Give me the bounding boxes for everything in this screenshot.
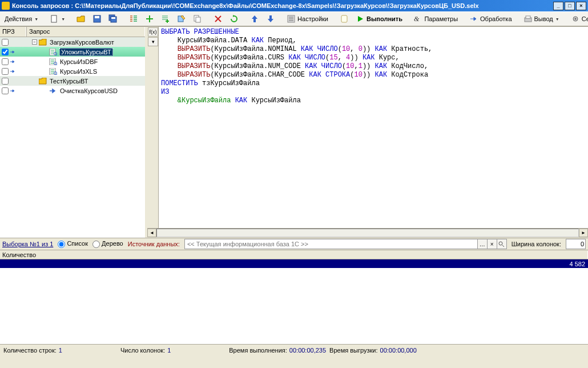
- param-icon: [10, 49, 15, 55]
- collapse-button[interactable]: ▾: [148, 37, 158, 46]
- param-icon: [10, 88, 15, 94]
- process-button[interactable]: Обработка: [467, 13, 514, 25]
- tree-checkbox[interactable]: [2, 68, 9, 75]
- tree-item-label: ЗагрузкаКурсовВалют: [49, 39, 115, 46]
- window-title: Консоль запросов : C:\!МатериалыДляПубли…: [12, 2, 553, 9]
- grid-cell: 4 582: [0, 261, 588, 267]
- status-bar: Количество строк: 1 Число колонок: 1 Вре…: [0, 344, 588, 355]
- tree-item-label: КурсыИзDBF: [59, 58, 98, 65]
- svg-point-25: [499, 242, 502, 245]
- tree-item-label: ТестКурсыВТ: [49, 78, 88, 85]
- tree-checkbox[interactable]: [2, 39, 9, 46]
- svg-rect-16: [526, 16, 530, 18]
- close-button[interactable]: ×: [576, 2, 586, 10]
- query-tree[interactable]: −ЗагрузкаКурсовВалютУложитьКурсыВТКурсыИ…: [0, 37, 145, 238]
- app-icon: [2, 2, 10, 10]
- arrow-up-icon[interactable]: [248, 13, 261, 25]
- tree-item-label: УложитьКурсыВТ: [59, 48, 113, 56]
- execute-button[interactable]: Выполнить: [353, 13, 405, 25]
- add-plus-icon[interactable]: [159, 13, 172, 25]
- sheet-icon: [49, 68, 57, 75]
- svg-rect-2: [95, 16, 99, 18]
- selection-link[interactable]: Выборка №1 из 1: [2, 241, 53, 247]
- minimize-button[interactable]: _: [553, 2, 563, 10]
- settings-button[interactable]: Настройки: [284, 13, 331, 25]
- refresh-icon[interactable]: [227, 13, 241, 25]
- tree-checkbox[interactable]: [2, 49, 9, 55]
- result-grid[interactable]: 4 582: [0, 259, 588, 344]
- save-icon[interactable]: [90, 13, 104, 25]
- tree-checkbox[interactable]: [2, 87, 9, 94]
- tree-item[interactable]: ТестКурсыВТ: [0, 76, 145, 86]
- source-ellipsis-button[interactable]: …: [477, 239, 488, 249]
- sheet-icon: [49, 58, 57, 65]
- tree-col-prz[interactable]: ПРЗ: [0, 27, 26, 37]
- maximize-button[interactable]: □: [565, 2, 575, 10]
- query-editor[interactable]: ВЫБРАТЬ РАЗРЕШЕННЫЕ КурсыИзФайла.DATA КА…: [159, 27, 588, 228]
- sheet-icon: [49, 49, 57, 55]
- edit-icon[interactable]: [175, 13, 188, 25]
- source-label: Источник данных:: [128, 241, 180, 247]
- folder-icon: [39, 78, 47, 85]
- tree-item[interactable]: КурсыИзXLS: [0, 66, 145, 76]
- tree-radio[interactable]: [92, 241, 100, 248]
- open-icon[interactable]: [74, 13, 88, 25]
- list-radio[interactable]: [58, 241, 65, 248]
- svg-rect-12: [196, 17, 200, 22]
- svg-rect-7: [146, 18, 153, 19]
- tree-item[interactable]: УложитьКурсыВТ: [0, 47, 145, 57]
- copy-icon[interactable]: [191, 13, 204, 25]
- source-input[interactable]: [184, 239, 478, 249]
- source-clear-button[interactable]: ×: [487, 239, 497, 249]
- svg-rect-14: [341, 15, 347, 22]
- svg-point-18: [574, 18, 576, 20]
- params-button[interactable]: & Параметры: [412, 13, 460, 25]
- svg-rect-9: [166, 21, 169, 22]
- save-all-icon[interactable]: [106, 13, 120, 25]
- source-search-button[interactable]: [497, 239, 507, 249]
- tree-item[interactable]: ОчисткаКурсовUSD: [0, 86, 145, 95]
- output-button[interactable]: Вывод▼: [521, 13, 562, 25]
- tree-item[interactable]: КурсыИзDBF: [0, 57, 145, 66]
- tree-item-label: ОчисткаКурсовUSD: [59, 87, 118, 94]
- tree-col-query[interactable]: Запрос: [26, 27, 145, 37]
- arrow-down-icon[interactable]: [264, 13, 277, 25]
- tree-checkbox[interactable]: [2, 78, 9, 85]
- add-green-icon[interactable]: [143, 13, 156, 25]
- colwidth-label: Ширина колонок:: [512, 241, 561, 247]
- new-icon[interactable]: ▼: [47, 13, 67, 25]
- scroll-right-icon[interactable]: ►: [579, 229, 588, 237]
- colwidth-input[interactable]: [566, 239, 586, 249]
- grid-row[interactable]: 4 582: [0, 259, 588, 268]
- folder-icon: [39, 39, 47, 46]
- list-icon[interactable]: [127, 13, 140, 25]
- arrow-right-icon: [49, 87, 57, 94]
- editor-hscroll[interactable]: ◄ ►: [147, 228, 588, 237]
- title-bar: Консоль запросов : C:\!МатериалыДляПубли…: [0, 0, 588, 11]
- tree-item-label: КурсыИзXLS: [59, 68, 98, 75]
- tree-item[interactable]: −ЗагрузкаКурсовВалют: [0, 37, 145, 47]
- tree-checkbox[interactable]: [2, 58, 9, 65]
- expand-toggle[interactable]: −: [32, 39, 37, 45]
- actions-menu[interactable]: Действия▼: [2, 13, 41, 25]
- tree-header: ПРЗ Запрос: [0, 27, 145, 37]
- scroll-left-icon[interactable]: ◄: [147, 229, 156, 237]
- delete-icon[interactable]: [211, 13, 225, 25]
- toolbar: Действия▼ ▼ Настройки Выполнить & Параме…: [0, 11, 588, 26]
- filter-bar: Выборка №1 из 1 Список Дерево Источник д…: [0, 238, 588, 250]
- service-button[interactable]: Сервис▼: [569, 13, 588, 25]
- grid-header: Количество: [0, 250, 588, 259]
- param-icon: [10, 69, 15, 74]
- param-icon: [10, 59, 15, 65]
- grid-col-count[interactable]: Количество: [0, 251, 588, 259]
- fx-button[interactable]: f(x): [148, 27, 158, 37]
- scroll-icon[interactable]: [337, 13, 351, 25]
- svg-rect-5: [111, 17, 115, 19]
- svg-rect-0: [51, 15, 57, 22]
